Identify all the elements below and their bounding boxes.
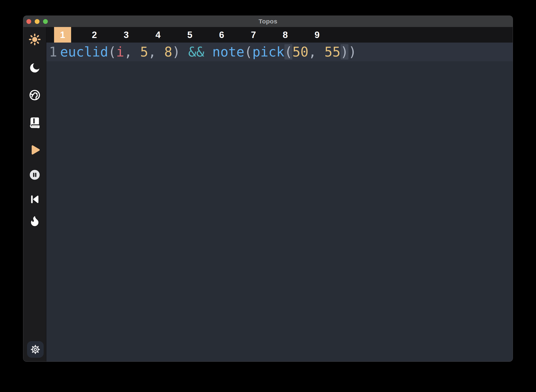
line-number: 1 (46, 42, 60, 61)
pause-icon (29, 169, 40, 180)
matched-bracket: ( (284, 44, 292, 60)
code-token: 50 (292, 44, 308, 60)
code-token: ( (244, 44, 252, 60)
tab-5[interactable]: 5 (181, 27, 198, 42)
tab-7[interactable]: 7 (245, 27, 262, 42)
tab-1[interactable]: 1 (54, 27, 71, 42)
tab-9[interactable]: 9 (309, 27, 325, 42)
titlebar: Topos (23, 16, 513, 27)
code-token: 8 (164, 44, 172, 60)
tab-4[interactable]: 4 (149, 27, 167, 42)
gear-icon (31, 345, 40, 354)
code-token: ( (108, 44, 116, 60)
sun-icon (28, 33, 41, 46)
tab-bar: 123456789 (46, 27, 513, 42)
code-token: && (188, 44, 204, 60)
sidebar (23, 27, 46, 361)
globe-icon (29, 89, 41, 101)
code-token: euclid (60, 44, 108, 60)
pause-button[interactable] (28, 168, 41, 182)
code-token (204, 44, 212, 60)
play-button[interactable] (28, 143, 41, 157)
code-token: , (308, 44, 324, 60)
traffic-lights (26, 16, 48, 27)
flame-icon (29, 215, 41, 227)
code-token: ) (349, 44, 357, 60)
code-token: pick (252, 44, 284, 60)
minimize-button[interactable] (35, 19, 39, 24)
main-area: 123456789 1 euclid(i, 5, 8) && note(pick… (23, 27, 513, 361)
close-button[interactable] (26, 19, 31, 24)
skip-back-button[interactable] (28, 193, 41, 206)
tab-6[interactable]: 6 (213, 27, 230, 42)
settings-button[interactable] (27, 341, 44, 358)
tab-2[interactable]: 2 (86, 27, 103, 42)
window-title: Topos (259, 18, 277, 25)
dark-theme-button[interactable] (28, 61, 41, 75)
moon-icon (29, 62, 41, 74)
code-token: 55 (325, 44, 340, 60)
code-token: 5 (140, 44, 148, 60)
tab-8[interactable]: 8 (277, 27, 294, 42)
code-editor[interactable]: 1 euclid(i, 5, 8) && note(pick(50, 55)) (46, 42, 513, 361)
matched-bracket: ) (340, 44, 349, 60)
code-token: note (212, 44, 244, 60)
code-line-1: 1 euclid(i, 5, 8) && note(pick(50, 55)) (46, 42, 513, 61)
code-token: , (148, 44, 164, 60)
skip-back-icon (29, 194, 41, 205)
topos-window: Topos (23, 16, 513, 361)
book-icon (28, 117, 41, 129)
code-content: euclid(i, 5, 8) && note(pick(50, 55)) (60, 42, 357, 61)
code-token: ) (172, 44, 188, 60)
zoom-button[interactable] (43, 19, 48, 24)
docs-button[interactable] (28, 116, 41, 130)
code-token: , (124, 44, 140, 60)
flame-button[interactable] (28, 214, 41, 228)
light-theme-button[interactable] (28, 33, 41, 46)
play-icon (28, 143, 41, 157)
code-token: i (116, 44, 124, 60)
tab-3[interactable]: 3 (118, 27, 135, 42)
content-area: 123456789 1 euclid(i, 5, 8) && note(pick… (46, 27, 513, 361)
globe-button[interactable] (28, 89, 41, 102)
